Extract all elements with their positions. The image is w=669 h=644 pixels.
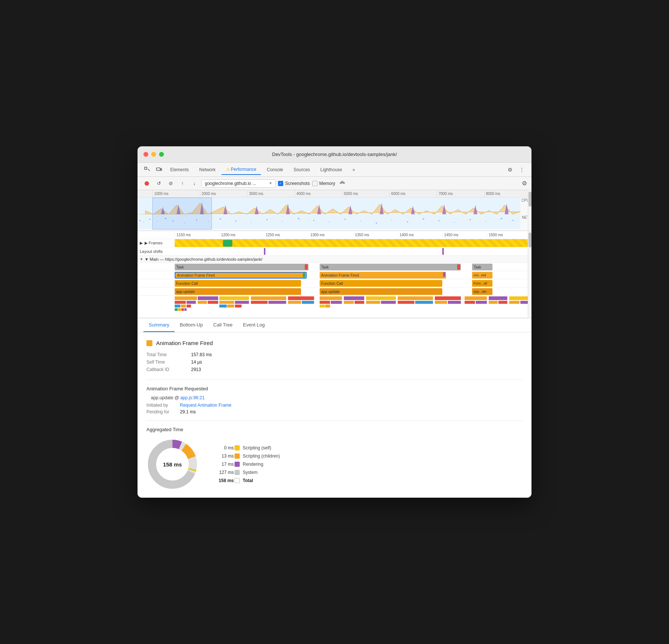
svg-rect-27: [157, 221, 158, 222]
actionbar: ↺ ⊘ ↑ ↓ googlechrome.github.io ... ▼ ✓ S…: [138, 177, 531, 190]
svg-rect-52: [513, 220, 514, 221]
aggregated-title: Aggregated Time: [146, 427, 523, 432]
url-bar: googlechrome.github.io ... ▼: [201, 179, 276, 188]
svg-rect-68: [235, 301, 249, 304]
legend-val-1: 13 ms: [213, 453, 234, 459]
svg-point-4: [145, 181, 149, 186]
tab-bottom-up[interactable]: Bottom-Up: [175, 318, 208, 332]
main-label: ▼ Main — https://googlechrome.github.io/…: [145, 257, 262, 261]
task-bar-3[interactable]: Task: [472, 264, 492, 270]
minimize-button[interactable]: [151, 152, 156, 157]
svg-rect-41: [345, 219, 346, 220]
flamechart-scrollbar[interactable]: [528, 231, 531, 318]
svg-rect-85: [355, 301, 364, 304]
summary-grid: Total Time 157.83 ms Self Time 14 μs Cal…: [146, 352, 523, 372]
legend-val-2: 17 ms: [213, 462, 234, 467]
svg-rect-44: [391, 219, 392, 220]
ruler-tick-2: 3000 ms: [247, 190, 295, 197]
aggregated-section: Aggregated Time: [146, 427, 523, 490]
inspect-icon[interactable]: [142, 165, 152, 175]
pending-label: Pending for: [146, 409, 180, 414]
tab-console[interactable]: Console: [262, 165, 288, 175]
main-chevron: ▼: [140, 257, 143, 261]
tab-network[interactable]: Network: [195, 165, 220, 175]
svg-rect-36: [266, 219, 268, 220]
aff-bar-2[interactable]: Animation Frame Fired: [320, 272, 446, 279]
screenshots-checkbox[interactable]: ✓: [278, 181, 283, 186]
app-update-prefix: app.update @: [151, 395, 179, 400]
task-bar-2[interactable]: Task: [320, 264, 461, 270]
initiated-link[interactable]: Request Animation Frame: [180, 403, 232, 408]
fc-bar-1[interactable]: Function Call: [175, 280, 301, 287]
screenshots-label: Screenshots: [285, 181, 310, 186]
svg-rect-66: [219, 296, 249, 300]
fc-bar-2[interactable]: Function Call: [320, 280, 442, 287]
task-bar-1[interactable]: Task: [175, 264, 308, 270]
svg-rect-48: [454, 222, 455, 223]
svg-rect-94: [448, 301, 461, 304]
total-time-label: Total Time: [146, 352, 191, 357]
fullscreen-button[interactable]: [159, 152, 164, 157]
au-bar-1[interactable]: app.update: [175, 288, 301, 295]
network-icon[interactable]: [337, 179, 347, 188]
svg-rect-67: [219, 301, 234, 304]
svg-rect-50: [485, 221, 486, 222]
clear-button[interactable]: ⊘: [166, 179, 175, 188]
app-update-link[interactable]: app.js:96:21: [180, 395, 204, 400]
timeline-overview: 1000 ms 2000 ms 3000 ms 4000 ms 5000 ms …: [138, 190, 531, 231]
pending-value: 29.1 ms: [180, 409, 196, 414]
divider-2: [146, 420, 523, 421]
au-bar-3[interactable]: app...ate: [472, 288, 492, 295]
svg-rect-45: [407, 221, 408, 222]
tab-sources[interactable]: Sources: [289, 165, 314, 175]
tab-performance[interactable]: ⚠Performance: [222, 165, 261, 175]
ruler-tick-0: 1000 ms: [152, 190, 200, 197]
legend-swatch-total: [235, 478, 240, 483]
svg-rect-58: [187, 305, 191, 308]
close-button[interactable]: [143, 152, 148, 157]
svg-rect-49: [469, 219, 471, 220]
ruler-tick-6: 7000 ms: [437, 190, 484, 197]
tab-call-tree[interactable]: Call Tree: [208, 318, 238, 332]
animation-fired-row: Animation Frame Fired Animation Frame Fi…: [138, 271, 531, 279]
anim-requested-heading: Animation Frame Requested: [146, 386, 523, 391]
tab-summary[interactable]: Summary: [143, 318, 175, 332]
svg-rect-78: [320, 296, 342, 300]
fc-bar-3[interactable]: Func...all: [472, 280, 492, 287]
fc-tick-1: 1200 ms: [219, 233, 264, 237]
performance-settings-icon[interactable]: ⚙: [522, 180, 527, 187]
aff-bar-1[interactable]: Animation Frame Fired: [175, 272, 307, 279]
fc-tick-5: 1400 ms: [398, 233, 442, 237]
layout-shifts-label: Layout shifts: [138, 249, 175, 254]
scrollbar[interactable]: [528, 190, 531, 231]
tab-more[interactable]: »: [348, 165, 360, 175]
svg-rect-80: [331, 301, 342, 304]
more-icon[interactable]: ⋮: [517, 165, 527, 175]
tab-elements[interactable]: Elements: [166, 165, 193, 175]
memory-checkbox[interactable]: [312, 181, 317, 186]
tab-lighthouse[interactable]: Lighthouse: [316, 165, 347, 175]
frames-label[interactable]: ▶ ▶ Frames: [138, 241, 175, 245]
upload-button[interactable]: ↑: [178, 179, 187, 188]
settings-icon[interactable]: ⚙: [505, 165, 515, 175]
summary-content: Animation Frame Fired Total Time 157.83 …: [138, 332, 531, 498]
layout-shifts-content: [175, 247, 531, 255]
svg-rect-81: [320, 305, 325, 308]
scroll-thumb[interactable]: [529, 192, 531, 206]
record-button[interactable]: [142, 179, 152, 188]
au-bar-2[interactable]: app.update: [320, 288, 442, 295]
svg-rect-40: [329, 222, 330, 222]
layout-shifts-row: Layout shifts: [138, 247, 531, 256]
svg-rect-33: [220, 218, 221, 219]
reload-button[interactable]: ↺: [154, 179, 164, 188]
svg-rect-47: [438, 220, 439, 221]
svg-marker-10: [138, 203, 520, 214]
svg-rect-75: [288, 296, 314, 300]
flamechart-scroll-thumb[interactable]: [529, 232, 531, 247]
svg-line-1: [148, 169, 150, 171]
device-icon[interactable]: [154, 165, 164, 175]
tab-event-log[interactable]: Event Log: [238, 318, 270, 332]
aff-bar-3[interactable]: Ani...red: [472, 272, 492, 279]
download-button[interactable]: ↓: [190, 179, 199, 188]
legend-label-3: System: [240, 470, 280, 475]
